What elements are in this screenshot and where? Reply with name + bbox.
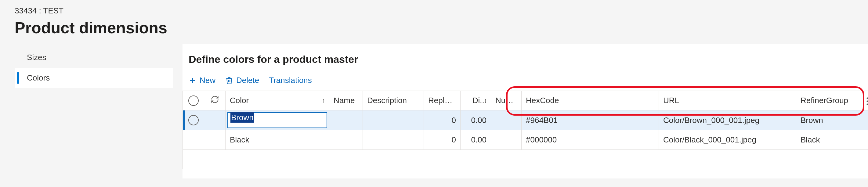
header-hexcode[interactable]: HexCode [522, 91, 659, 111]
cell-replen[interactable]: 0 [424, 130, 461, 150]
header-di[interactable]: Di...↑ [461, 91, 491, 111]
header-url[interactable]: URL [659, 91, 796, 111]
cell-hex[interactable]: #000000 [522, 130, 659, 150]
header-select-all[interactable] [183, 91, 204, 111]
sidebar-item-label: Sizes [27, 53, 46, 62]
header-replenishment[interactable]: Repleni... [424, 91, 461, 111]
cell-di[interactable]: 0.00 [461, 111, 491, 130]
color-input[interactable]: Brown [227, 112, 327, 128]
sidebar-item-label: Colors [27, 73, 50, 82]
sort-asc-icon: ↑ [484, 97, 487, 105]
cell-num[interactable] [491, 111, 522, 130]
toolbar: New Delete Translations [183, 72, 868, 91]
header-replen-label: Repleni... [428, 96, 461, 105]
sidebar-item-sizes[interactable]: Sizes [14, 47, 173, 68]
header-url-label: URL [663, 96, 679, 105]
radio-icon [188, 95, 199, 106]
row-select-cell[interactable] [183, 130, 204, 150]
delete-button-label: Delete [236, 76, 259, 85]
page-title: Product dimensions [14, 19, 854, 37]
cell-hex[interactable]: #964B01 [522, 111, 659, 130]
section-title: Define colors for a product master [183, 53, 868, 72]
header-hex-label: HexCode [526, 96, 559, 105]
header-refresh[interactable] [204, 91, 225, 111]
translations-button[interactable]: Translations [269, 76, 312, 85]
cell-url[interactable]: Color/Brown_000_001.jpeg [659, 111, 796, 130]
header-color-label: Color [230, 96, 249, 105]
row-selected-marker [183, 111, 185, 130]
row-marker-cell[interactable] [183, 111, 204, 130]
table-row[interactable]: Black 0 0.00 #000000 Color/Black_000_001… [183, 130, 868, 150]
data-grid: Color↑ Name Description Repleni... Di...… [183, 91, 868, 169]
svg-point-3 [867, 101, 868, 102]
svg-point-2 [867, 98, 868, 99]
header-name-label: Name [334, 96, 355, 105]
header-num-label: Num... [495, 96, 519, 105]
table-row[interactable]: Brown 0 0.00 #964B01 Color/Brown_000_001… [183, 111, 868, 130]
new-button[interactable]: New [189, 76, 215, 85]
cell-refiner[interactable]: Black [796, 130, 868, 150]
breadcrumb: 33434 : TEST [14, 6, 854, 15]
cell-color[interactable]: Brown [225, 111, 329, 130]
header-refinergroup[interactable]: RefinerGroup [796, 91, 868, 111]
sidebar: Sizes Colors [14, 44, 173, 179]
cell-color[interactable]: Black [225, 130, 329, 150]
cell-description[interactable] [363, 130, 424, 150]
header-description[interactable]: Description [363, 91, 424, 111]
refresh-icon [211, 96, 219, 105]
cell-num[interactable] [491, 130, 522, 150]
sidebar-item-colors[interactable]: Colors [14, 68, 173, 88]
cell-name[interactable] [329, 130, 363, 150]
header-num[interactable]: Num... [491, 91, 522, 111]
page-header: 33434 : TEST Product dimensions [0, 0, 868, 44]
cell-url[interactable]: Color/Black_000_001.jpeg [659, 130, 796, 150]
grid-wrap: Color↑ Name Description Repleni... Di...… [183, 91, 868, 169]
main-panel: Define colors for a product master New D… [183, 44, 868, 179]
new-button-label: New [199, 76, 215, 85]
plus-icon [189, 76, 196, 85]
table-row-empty [183, 150, 868, 169]
cell-name[interactable] [329, 111, 363, 130]
sort-asc-icon: ↑ [322, 97, 326, 105]
header-refiner-label: RefinerGroup [801, 96, 848, 105]
cell-replen[interactable]: 0 [424, 111, 461, 130]
row-refresh-cell [204, 111, 225, 130]
cell-description[interactable] [363, 111, 424, 130]
grid-more-button[interactable] [863, 93, 868, 110]
color-input-value: Brown [230, 112, 254, 123]
header-description-label: Description [367, 96, 407, 105]
cell-di[interactable]: 0.00 [461, 130, 491, 150]
delete-button[interactable]: Delete [225, 76, 259, 85]
svg-point-4 [867, 104, 868, 105]
cell-refiner[interactable]: Brown [796, 111, 868, 130]
more-vertical-icon [866, 97, 868, 106]
row-refresh-cell [204, 130, 225, 150]
header-color[interactable]: Color↑ [225, 91, 329, 111]
translations-button-label: Translations [269, 76, 312, 85]
header-name[interactable]: Name [329, 91, 363, 111]
trash-icon [225, 76, 233, 85]
row-radio-icon[interactable] [188, 115, 199, 125]
